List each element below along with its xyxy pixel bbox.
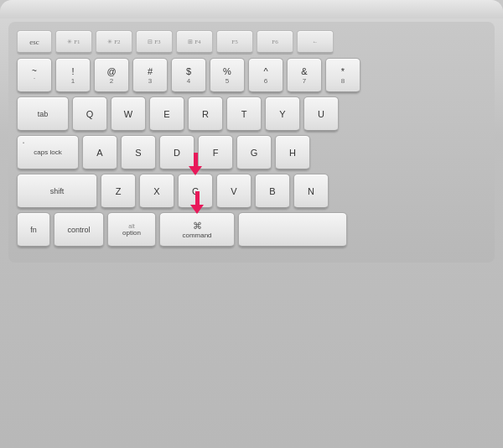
key-x[interactable]: X: [139, 174, 174, 209]
key-1[interactable]: ! 1: [55, 58, 91, 93]
key-f6[interactable]: F6: [257, 30, 293, 54]
key-f1[interactable]: ✳︎ F1: [55, 30, 92, 54]
key-4[interactable]: $ 4: [171, 58, 206, 93]
key-5[interactable]: % 5: [210, 58, 245, 93]
key-q[interactable]: Q: [72, 96, 107, 132]
key-f4[interactable]: ⊞ F4: [176, 30, 213, 54]
key-t[interactable]: T: [226, 96, 262, 132]
key-tilde[interactable]: ~ `: [17, 58, 52, 93]
key-6[interactable]: ^ 6: [248, 58, 283, 93]
key-d[interactable]: D: [159, 135, 194, 170]
key-esc[interactable]: esc: [17, 30, 52, 54]
key-f[interactable]: F: [198, 135, 233, 170]
key-b[interactable]: B: [255, 174, 290, 209]
bottom-row: fn control alt option ⌘ command: [17, 212, 486, 247]
key-f2[interactable]: ✳︎ F2: [96, 30, 132, 54]
key-option[interactable]: alt option: [107, 212, 156, 247]
number-row: ~ ` ! 1 @ 2 # 3 $ 4 % 5: [17, 58, 486, 93]
qwerty-row: tab Q W E R T Y U: [17, 96, 486, 132]
key-fn[interactable]: fn: [17, 212, 50, 247]
key-g[interactable]: G: [236, 135, 272, 170]
key-h[interactable]: H: [275, 135, 310, 170]
keyboard-top-curve: [0, 0, 503, 18]
key-u[interactable]: U: [303, 96, 339, 132]
key-y[interactable]: Y: [265, 96, 300, 132]
key-s[interactable]: S: [121, 135, 156, 170]
key-z[interactable]: Z: [101, 174, 136, 209]
keyboard-wrapper: esc ✳︎ F1 ✳︎ F2 ⊟ F3 ⊞ F4 F5 F6 ←: [0, 0, 503, 448]
key-f5[interactable]: F5: [216, 30, 253, 54]
key-e[interactable]: E: [149, 96, 184, 132]
key-r[interactable]: R: [188, 96, 223, 132]
asdf-row: • caps lock A S D F G H: [17, 135, 486, 170]
key-caps-lock[interactable]: • caps lock: [17, 135, 79, 170]
key-v[interactable]: V: [216, 174, 252, 209]
key-f3[interactable]: ⊟ F3: [136, 30, 173, 54]
key-w[interactable]: W: [111, 96, 146, 132]
key-command[interactable]: ⌘ command: [159, 212, 235, 247]
key-space[interactable]: [238, 212, 347, 247]
key-shift[interactable]: shift: [17, 174, 97, 209]
key-control[interactable]: control: [54, 212, 104, 247]
key-7[interactable]: & 7: [287, 58, 322, 93]
key-8[interactable]: * 8: [325, 58, 360, 93]
key-n[interactable]: N: [293, 174, 329, 209]
key-c[interactable]: C: [178, 174, 213, 209]
key-3[interactable]: # 3: [132, 58, 168, 93]
keyboard-body: esc ✳︎ F1 ✳︎ F2 ⊟ F3 ⊞ F4 F5 F6 ←: [8, 22, 495, 263]
fn-row: esc ✳︎ F1 ✳︎ F2 ⊟ F3 ⊞ F4 F5 F6 ←: [17, 30, 486, 54]
key-a[interactable]: A: [82, 135, 117, 170]
key-tab[interactable]: tab: [17, 96, 69, 132]
key-2[interactable]: @ 2: [94, 58, 129, 93]
key-f6-cont[interactable]: ←: [297, 30, 334, 54]
zxcv-row: shift Z X C V B N: [17, 174, 486, 209]
